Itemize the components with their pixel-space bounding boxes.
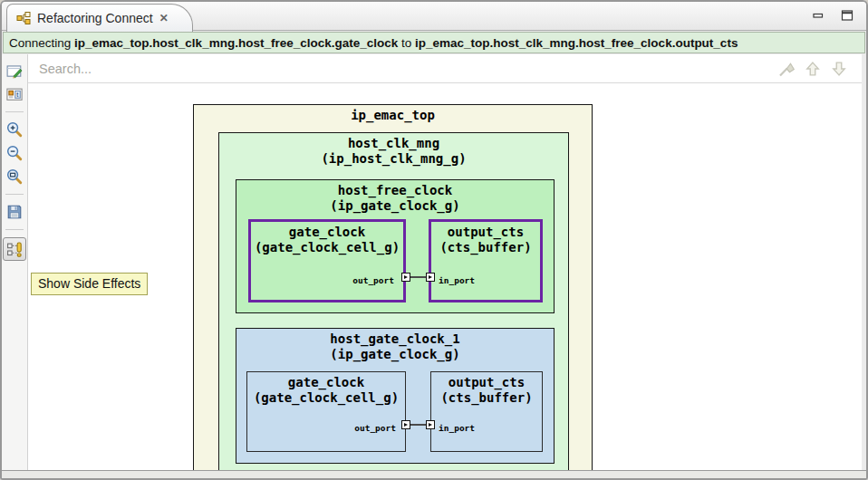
module-gate-clock[interactable]: gate_clock (gate_clock_cell_g) out_port bbox=[246, 371, 406, 452]
toolbar-separator bbox=[5, 229, 24, 230]
module-host-free-clock[interactable]: host_free_clock (ip_gate_clock_g) gate_c… bbox=[236, 179, 555, 313]
module-type: (ip_host_clk_mng_g) bbox=[219, 151, 568, 167]
module-name: host_gate_clock_1 bbox=[236, 331, 554, 347]
previous-match-icon[interactable] bbox=[803, 59, 823, 79]
module-name: ip_emac_top bbox=[194, 105, 592, 123]
port-label-in: in_port bbox=[439, 275, 475, 285]
source-path: ip_emac_top.host_clk_mng.host_free_clock… bbox=[74, 36, 398, 50]
module-gate-clock-highlighted[interactable]: gate_clock (gate_clock_cell_g) out_port bbox=[248, 219, 406, 302]
module-output-cts[interactable]: output_cts (cts_buffer) in_port bbox=[430, 371, 543, 452]
connection-out-port-to-in-port[interactable] bbox=[401, 273, 435, 282]
zoom-in-button[interactable] bbox=[4, 119, 25, 140]
next-match-icon[interactable] bbox=[829, 59, 849, 79]
port-label-out: out_port bbox=[354, 423, 396, 433]
tab-bar: Refactoring Connect ✕ bbox=[2, 2, 866, 31]
bottom-frame-strip bbox=[2, 470, 866, 478]
minimize-icon[interactable] bbox=[810, 7, 826, 24]
module-type: (gate_clock_cell_g) bbox=[251, 240, 403, 255]
show-labels-button[interactable]: t bbox=[4, 83, 25, 105]
connection-wire bbox=[410, 276, 426, 278]
view-controls bbox=[810, 7, 855, 24]
toolbar-separator bbox=[5, 111, 24, 112]
edit-diagram-button[interactable] bbox=[4, 60, 25, 82]
module-type: (cts_buffer) bbox=[431, 240, 540, 255]
module-type: (cts_buffer) bbox=[431, 390, 542, 406]
connection-wire bbox=[410, 424, 426, 426]
show-side-effects-toggle[interactable] bbox=[3, 237, 26, 261]
connect-status-bar: Connecting ip_emac_top.host_clk_mng.host… bbox=[3, 32, 865, 53]
save-button[interactable] bbox=[4, 201, 25, 223]
diagram-toolbar: t bbox=[2, 54, 28, 470]
clear-search-icon[interactable] bbox=[776, 59, 796, 79]
toolbar-separator bbox=[5, 194, 24, 195]
module-name: output_cts bbox=[431, 225, 540, 240]
tab-title: Refactoring Connect bbox=[37, 11, 153, 25]
port-label-in: in_port bbox=[439, 423, 475, 433]
search-input[interactable] bbox=[37, 61, 776, 77]
connection-out-port-to-in-port[interactable] bbox=[401, 420, 435, 429]
module-type: (ip_gate_clock_g) bbox=[236, 347, 554, 362]
zoom-fit-button[interactable] bbox=[4, 166, 25, 187]
diagram-canvas: ip_emac_top host_clk_mng (ip_host_clk_mn… bbox=[28, 54, 862, 470]
search-actions bbox=[776, 59, 849, 79]
module-output-cts-highlighted[interactable]: output_cts (cts_buffer) in_port bbox=[429, 219, 543, 302]
module-type: (ip_gate_clock_g) bbox=[236, 198, 554, 214]
module-type: (gate_clock_cell_g) bbox=[247, 390, 405, 406]
tab-refactoring-connect[interactable]: Refactoring Connect ✕ bbox=[6, 4, 193, 32]
in-port-icon[interactable] bbox=[426, 273, 435, 282]
module-name: host_free_clock bbox=[236, 183, 554, 198]
out-port-icon[interactable] bbox=[401, 273, 410, 282]
module-host-clk-mng[interactable]: host_clk_mng (ip_host_clk_mng_g) host_fr… bbox=[218, 132, 569, 470]
svg-text:t: t bbox=[16, 91, 18, 99]
status-connector: to bbox=[401, 36, 411, 50]
in-port-icon[interactable] bbox=[426, 420, 435, 429]
refactoring-connect-window: Refactoring Connect ✕ Connecting ip_emac… bbox=[0, 0, 868, 480]
module-host-gate-clock-1[interactable]: host_gate_clock_1 (ip_gate_clock_g) gate… bbox=[236, 328, 555, 464]
search-row bbox=[28, 54, 862, 83]
module-name: output_cts bbox=[431, 375, 542, 390]
status-prefix: Connecting bbox=[9, 36, 71, 50]
maximize-icon[interactable] bbox=[839, 7, 855, 24]
module-ip-emac-top[interactable]: ip_emac_top host_clk_mng (ip_host_clk_mn… bbox=[193, 104, 593, 470]
zoom-out-button[interactable] bbox=[4, 142, 25, 164]
refactoring-connect-icon bbox=[16, 11, 31, 25]
module-name: gate_clock bbox=[247, 375, 405, 390]
target-path: ip_emac_top.host_clk_mng.host_free_clock… bbox=[415, 36, 738, 50]
show-side-effects-tooltip: Show Side Effects bbox=[31, 273, 148, 295]
out-port-icon[interactable] bbox=[401, 420, 410, 429]
tab-close-icon[interactable]: ✕ bbox=[159, 13, 169, 24]
port-label-out: out_port bbox=[352, 275, 394, 285]
window-frame: Refactoring Connect ✕ Connecting ip_emac… bbox=[0, 0, 868, 480]
module-name: gate_clock bbox=[251, 225, 403, 240]
module-name: host_clk_mng bbox=[219, 136, 568, 151]
